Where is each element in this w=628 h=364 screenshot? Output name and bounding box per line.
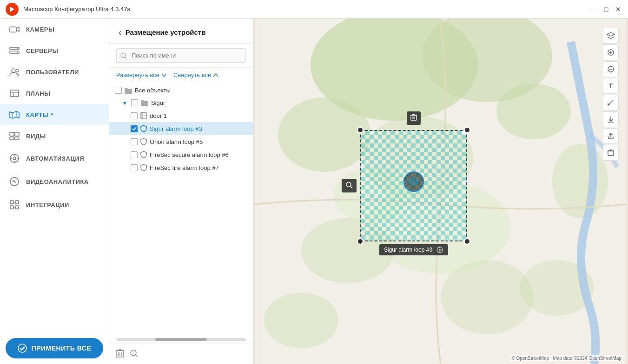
map-delete-all-button[interactable] <box>603 145 619 161</box>
sidebar-label-automation: АВТОМАТИЗАЦИЯ <box>26 155 84 162</box>
svg-rect-16 <box>10 137 14 140</box>
expand-all-link[interactable]: Развернуть все <box>116 72 167 78</box>
camera-icon <box>9 25 20 33</box>
plans-icon <box>9 89 20 98</box>
app-title: Macroscop Конфигуратор Ultra 4.3.47s <box>23 6 590 13</box>
svg-point-74 <box>346 182 351 187</box>
svg-point-34 <box>18 344 26 352</box>
device-settings-icon[interactable] <box>436 246 443 254</box>
device-label-text: Sigur alarm loop #3 <box>384 247 432 253</box>
sidebar-item-views[interactable]: ВИДЫ <box>0 125 109 147</box>
sidebar-item-cameras[interactable]: КАМЕРЫ <box>0 19 109 40</box>
tree-item-orion5[interactable]: Orion alarm loop #5 <box>109 135 253 148</box>
sidebar-label-cameras: КАМЕРЫ <box>26 26 54 33</box>
resize-handle-tl[interactable] <box>357 127 364 133</box>
tree-item-firesec6[interactable]: FireSec secure alarm loop #6 <box>109 148 253 161</box>
sidebar-label-plans: ПЛАНЫ <box>26 90 50 97</box>
search-input[interactable] <box>116 48 246 63</box>
map-delete-button[interactable] <box>407 111 421 125</box>
svg-line-75 <box>350 187 352 188</box>
svg-point-71 <box>413 181 415 183</box>
map-zoom-out-button[interactable] <box>603 61 619 77</box>
svg-rect-27 <box>15 201 19 204</box>
sidebar: КАМЕРЫ СЕРВЕРЫ ПОЛЬЗОВАТЕЛИ <box>0 19 109 364</box>
sidebar-item-plans[interactable]: ПЛАНЫ <box>0 83 109 104</box>
expand-chevron-icon <box>161 73 167 77</box>
map-area[interactable]: Sigur alarm loop #3 <box>253 19 628 364</box>
svg-marker-0 <box>10 6 14 12</box>
apply-all-button[interactable]: ПРИМЕНИТЬ ВСЕ <box>6 338 103 358</box>
map-zoom-in-button[interactable] <box>603 45 619 60</box>
svg-marker-82 <box>607 32 615 36</box>
content-panel: ‹ Размещение устройств Развернуть все Св… <box>109 19 253 364</box>
checkbox-sigur[interactable] <box>131 99 138 106</box>
main-layout: КАМЕРЫ СЕРВЕРЫ ПОЛЬЗОВАТЕЛИ <box>0 19 628 364</box>
map-toolbar: T <box>603 28 619 161</box>
svg-rect-1 <box>10 27 16 32</box>
map-download-button[interactable] <box>603 111 619 127</box>
svg-point-52 <box>278 98 371 172</box>
tree-label-all: Все объекты <box>135 87 171 94</box>
map-layers-button[interactable] <box>603 28 619 44</box>
svg-rect-26 <box>10 201 13 204</box>
svg-point-25 <box>13 181 15 182</box>
sidebar-item-analytics[interactable]: ВИДЕОАНАЛИТИКА <box>0 170 109 193</box>
sidebar-label-integrations: ИНТЕГРАЦИИ <box>26 202 69 208</box>
apply-check-icon <box>18 344 27 353</box>
map-measure-button[interactable] <box>603 95 619 110</box>
svg-line-48 <box>136 355 138 357</box>
tree-label-firesec6: FireSec secure alarm loop #6 <box>150 151 229 158</box>
checkbox-orion5[interactable] <box>131 138 138 145</box>
resize-handle-br[interactable] <box>464 238 470 245</box>
svg-point-54 <box>496 84 571 139</box>
maps-icon <box>9 110 20 119</box>
map-share-button[interactable] <box>603 128 619 144</box>
checkbox-firesec7[interactable] <box>131 164 138 171</box>
checkbox-all[interactable] <box>115 87 122 94</box>
sidebar-item-integrations[interactable]: ИНТЕГРАЦИИ <box>0 193 109 216</box>
svg-point-77 <box>439 249 441 251</box>
collapse-all-link[interactable]: Свернуть все <box>173 72 218 78</box>
svg-rect-28 <box>10 206 13 209</box>
shield-firesec6-icon <box>140 151 147 158</box>
checkbox-door1[interactable] <box>131 112 138 119</box>
tree-label-orion5: Orion alarm loop #5 <box>150 138 203 145</box>
close-button[interactable]: ✕ <box>614 5 622 13</box>
integrations-icon <box>9 200 20 210</box>
search-on-map-button[interactable] <box>130 349 138 359</box>
sidebar-label-analytics: ВИДЕОАНАЛИТИКА <box>26 178 89 185</box>
svg-rect-29 <box>15 206 19 209</box>
sidebar-item-automation[interactable]: АВТОМАТИЗАЦИЯ <box>0 147 109 170</box>
device-label-container: Sigur alarm loop #3 <box>379 244 448 255</box>
map-device-widget[interactable]: Sigur alarm loop #3 <box>360 130 467 241</box>
scrollbar-thumb[interactable] <box>155 338 207 341</box>
checkbox-sigur3[interactable] <box>131 125 138 132</box>
back-button[interactable]: ‹ <box>119 27 122 38</box>
sidebar-item-servers[interactable]: СЕРВЕРЫ <box>0 40 109 61</box>
sidebar-item-maps[interactable]: КАРТЫ * <box>0 104 109 125</box>
tree-item-door1[interactable]: door 1 <box>109 109 253 122</box>
app-logo <box>6 3 19 16</box>
delete-device-button[interactable] <box>116 349 124 359</box>
resize-handle-bl[interactable] <box>357 238 364 245</box>
tree-item-sigur[interactable]: ▼ Sigur <box>109 97 253 109</box>
checkbox-firesec6[interactable] <box>131 151 138 158</box>
sidebar-item-users[interactable]: ПОЛЬЗОВАТЕЛИ <box>0 61 109 83</box>
svg-point-47 <box>131 350 136 356</box>
svg-point-7 <box>12 69 15 72</box>
shield-orion5-icon <box>140 138 147 145</box>
tree-item-sigur3[interactable]: Sigur alarm loop #3 <box>109 122 253 135</box>
map-text-button[interactable]: T <box>603 78 619 94</box>
tree-chevron-sigur[interactable]: ▼ <box>122 100 127 106</box>
resize-handle-tr[interactable] <box>464 127 470 133</box>
map-search-on-map-button[interactable] <box>342 179 357 193</box>
minimize-button[interactable]: — <box>590 5 598 13</box>
tree-item-firesec7[interactable]: FireSec fire alarm loop #7 <box>109 161 253 174</box>
panel-title: Размещение устройств <box>126 28 206 36</box>
maximize-button[interactable]: □ <box>602 5 610 13</box>
tree-item-all[interactable]: Все объекты <box>109 84 253 97</box>
svg-marker-2 <box>16 27 19 32</box>
panel-bottom-toolbar <box>109 344 253 364</box>
svg-rect-9 <box>10 90 19 97</box>
svg-point-57 <box>264 292 338 348</box>
